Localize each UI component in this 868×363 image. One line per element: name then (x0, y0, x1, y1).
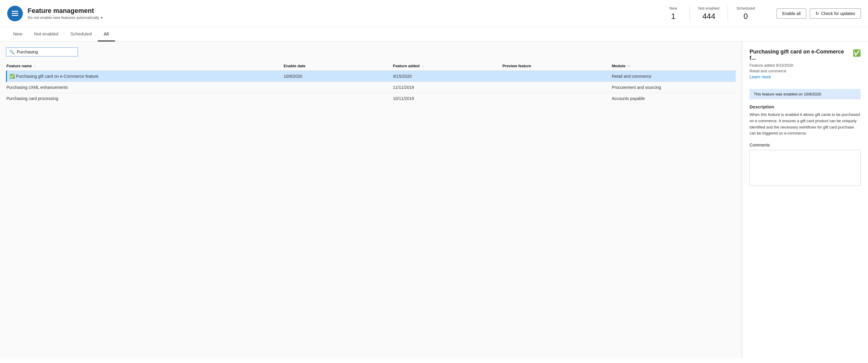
cell-feature-name: Purchasing cXML enhancements (7, 82, 284, 93)
detail-meta-module: Retail and commerce (749, 69, 861, 73)
tab-scheduled[interactable]: Scheduled (64, 27, 98, 41)
cell-module: Retail and commerce (612, 71, 736, 82)
stat-not-enabled: Not enabled 444 (690, 6, 728, 21)
detail-meta-added: Feature added 9/15/2020 (749, 63, 861, 67)
col-header-module[interactable]: Module ⋯ (612, 61, 736, 71)
right-panel: Purchasing gift card on e-Commerce f... … (742, 41, 868, 358)
col-header-feature-added[interactable]: Feature added ↓ (393, 61, 502, 71)
col-feature-added-label: Feature added (393, 64, 420, 68)
header-buttons: Enable all ↻ Check for updates (777, 8, 861, 19)
col-module-label: Module (612, 64, 626, 68)
tab-all[interactable]: All (98, 27, 115, 41)
stat-not-enabled-label: Not enabled (698, 6, 719, 10)
comments-label: Comments (749, 143, 861, 147)
cell-feature-added: 10/11/2019 (393, 93, 502, 104)
page-title: Feature management (28, 7, 657, 15)
description-section: Description When this feature is enabled… (749, 104, 861, 137)
col-feature-name-label: Feature name (7, 64, 32, 68)
more-options-icon[interactable]: ⋯ (626, 64, 630, 68)
learn-more-link[interactable]: Learn more (749, 75, 771, 79)
left-panel: 🔍 Feature name ↑ Enable date Feature add… (0, 41, 742, 358)
cell-enable-date (283, 93, 393, 104)
col-enable-date-label: Enable date (283, 64, 305, 68)
enable-all-button[interactable]: Enable all (777, 8, 807, 19)
table-row[interactable]: Purchasing cXML enhancements11/11/2019Pr… (7, 82, 736, 93)
table-row[interactable]: Purchasing card processing10/11/2019Acco… (7, 93, 736, 104)
cell-preview-feature (502, 82, 612, 93)
search-icon: 🔍 (9, 50, 14, 54)
col-header-enable-date[interactable]: Enable date (283, 61, 393, 71)
enabled-check-icon: ✅ (853, 49, 861, 57)
app-icon (7, 6, 23, 21)
cell-module: Procurement and sourcing (612, 82, 736, 93)
chevron-down-icon: ▾ (101, 16, 102, 20)
detail-title-row: Purchasing gift card on e-Commerce f... … (749, 49, 861, 61)
stat-new-value: 1 (665, 12, 681, 21)
table-row[interactable]: ✅ Purchasing gift card on e-Commerce fea… (7, 71, 736, 82)
cell-preview-feature (502, 93, 612, 104)
subtitle[interactable]: Do not enable new features automatically… (28, 15, 657, 20)
cell-enable-date (283, 82, 393, 93)
stats-area: New 1 Not enabled 444 Scheduled 0 (657, 6, 763, 21)
col-header-preview[interactable]: Preview feature (502, 61, 612, 71)
detail-title: Purchasing gift card on e-Commerce f... (749, 49, 850, 61)
header: Feature management Do not enable new fea… (0, 0, 868, 27)
comments-section: Comments (749, 143, 861, 187)
tab-not-enabled[interactable]: Not enabled (28, 27, 64, 41)
check-updates-label: Check for updates (821, 11, 855, 16)
enabled-banner: This feature was enabled on 10/8/2020 (749, 89, 861, 100)
check-updates-button[interactable]: ↻ Check for updates (810, 8, 861, 19)
main-content: 🔍 Feature name ↑ Enable date Feature add… (0, 41, 868, 358)
feature-table: Feature name ↑ Enable date Feature added… (6, 61, 736, 104)
search-input[interactable] (17, 50, 75, 54)
tab-new[interactable]: New (7, 27, 28, 41)
description-label: Description (749, 104, 861, 109)
cell-feature-name: Purchasing card processing (7, 93, 284, 104)
cell-feature-added: 11/11/2019 (393, 82, 502, 93)
stat-new-label: New (665, 6, 681, 10)
stat-not-enabled-value: 444 (698, 12, 719, 21)
stat-scheduled-value: 0 (736, 12, 755, 21)
subtitle-text: Do not enable new features automatically (28, 15, 99, 20)
stat-scheduled: Scheduled 0 (728, 6, 763, 21)
cell-enable-date: 10/8/2020 (283, 71, 393, 82)
cell-module: Accounts payable (612, 93, 736, 104)
enabled-icon: ✅ (9, 74, 16, 79)
stat-new: New 1 (657, 6, 690, 21)
search-bar: 🔍 (6, 48, 78, 56)
refresh-icon: ↻ (815, 11, 819, 16)
description-text: When this feature is enabled it allows g… (749, 112, 861, 137)
nav-tabs: New Not enabled Scheduled All (0, 27, 868, 41)
col-preview-label: Preview feature (502, 64, 531, 68)
cell-preview-feature (502, 71, 612, 82)
sort-asc-icon: ↑ (34, 64, 36, 68)
sort-desc-icon: ↓ (422, 64, 424, 68)
cell-feature-added: 9/15/2020 (393, 71, 502, 82)
comments-textarea[interactable] (749, 150, 861, 186)
col-header-feature-name[interactable]: Feature name ↑ (7, 61, 284, 71)
stat-scheduled-label: Scheduled (736, 6, 755, 10)
title-block: Feature management Do not enable new fea… (28, 7, 657, 20)
cell-feature-name: ✅ Purchasing gift card on e-Commerce fea… (7, 71, 284, 82)
